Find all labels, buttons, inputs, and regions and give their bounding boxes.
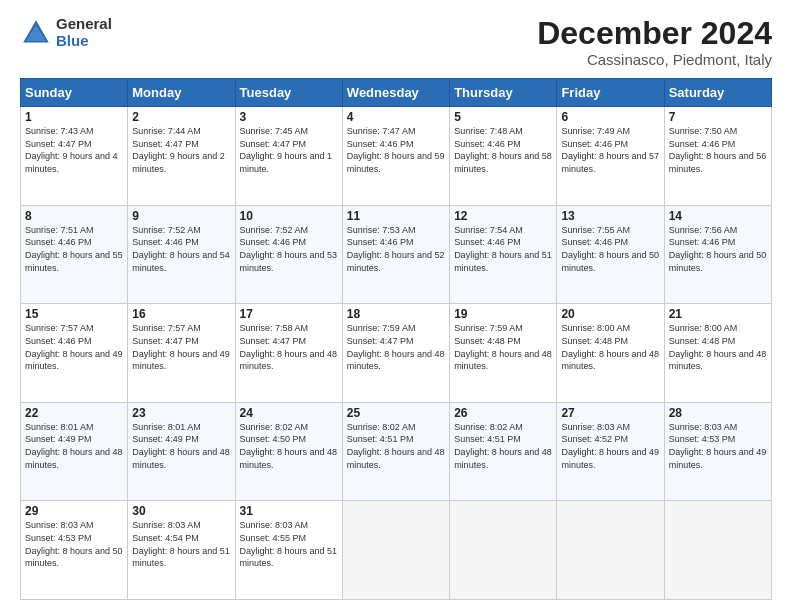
- logo-text: General Blue: [56, 16, 112, 49]
- day-info: Sunrise: 7:57 AMSunset: 4:46 PMDaylight:…: [25, 323, 123, 371]
- day-number: 27: [561, 406, 659, 420]
- calendar-cell: 11 Sunrise: 7:53 AMSunset: 4:46 PMDaylig…: [342, 205, 449, 304]
- day-number: 26: [454, 406, 552, 420]
- day-number: 19: [454, 307, 552, 321]
- day-info: Sunrise: 8:00 AMSunset: 4:48 PMDaylight:…: [669, 323, 767, 371]
- calendar-cell: 18 Sunrise: 7:59 AMSunset: 4:47 PMDaylig…: [342, 304, 449, 403]
- day-number: 15: [25, 307, 123, 321]
- calendar-cell: 3 Sunrise: 7:45 AMSunset: 4:47 PMDayligh…: [235, 107, 342, 206]
- day-number: 16: [132, 307, 230, 321]
- week-row-3: 15 Sunrise: 7:57 AMSunset: 4:46 PMDaylig…: [21, 304, 772, 403]
- calendar-cell: 19 Sunrise: 7:59 AMSunset: 4:48 PMDaylig…: [450, 304, 557, 403]
- calendar-cell: 30 Sunrise: 8:03 AMSunset: 4:54 PMDaylig…: [128, 501, 235, 600]
- day-info: Sunrise: 8:03 AMSunset: 4:55 PMDaylight:…: [240, 520, 338, 568]
- day-info: Sunrise: 8:03 AMSunset: 4:53 PMDaylight:…: [669, 422, 767, 470]
- calendar-cell: [450, 501, 557, 600]
- day-info: Sunrise: 8:03 AMSunset: 4:52 PMDaylight:…: [561, 422, 659, 470]
- calendar-cell: [557, 501, 664, 600]
- day-number: 6: [561, 110, 659, 124]
- calendar-cell: 13 Sunrise: 7:55 AMSunset: 4:46 PMDaylig…: [557, 205, 664, 304]
- day-info: Sunrise: 7:52 AMSunset: 4:46 PMDaylight:…: [132, 225, 230, 273]
- day-info: Sunrise: 8:02 AMSunset: 4:51 PMDaylight:…: [347, 422, 445, 470]
- logo-general: General: [56, 16, 112, 33]
- day-number: 23: [132, 406, 230, 420]
- day-info: Sunrise: 7:52 AMSunset: 4:46 PMDaylight:…: [240, 225, 338, 273]
- calendar-cell: 10 Sunrise: 7:52 AMSunset: 4:46 PMDaylig…: [235, 205, 342, 304]
- day-number: 13: [561, 209, 659, 223]
- day-info: Sunrise: 7:48 AMSunset: 4:46 PMDaylight:…: [454, 126, 552, 174]
- calendar-cell: 2 Sunrise: 7:44 AMSunset: 4:47 PMDayligh…: [128, 107, 235, 206]
- day-info: Sunrise: 7:54 AMSunset: 4:46 PMDaylight:…: [454, 225, 552, 273]
- day-info: Sunrise: 7:44 AMSunset: 4:47 PMDaylight:…: [132, 126, 225, 174]
- day-number: 25: [347, 406, 445, 420]
- main-title: December 2024: [537, 16, 772, 51]
- day-info: Sunrise: 7:51 AMSunset: 4:46 PMDaylight:…: [25, 225, 123, 273]
- calendar-cell: 16 Sunrise: 7:57 AMSunset: 4:47 PMDaylig…: [128, 304, 235, 403]
- day-header-row: SundayMondayTuesdayWednesdayThursdayFrid…: [21, 79, 772, 107]
- day-number: 9: [132, 209, 230, 223]
- calendar-cell: 8 Sunrise: 7:51 AMSunset: 4:46 PMDayligh…: [21, 205, 128, 304]
- week-row-2: 8 Sunrise: 7:51 AMSunset: 4:46 PMDayligh…: [21, 205, 772, 304]
- calendar-cell: 4 Sunrise: 7:47 AMSunset: 4:46 PMDayligh…: [342, 107, 449, 206]
- calendar-cell: 15 Sunrise: 7:57 AMSunset: 4:46 PMDaylig…: [21, 304, 128, 403]
- calendar-cell: 26 Sunrise: 8:02 AMSunset: 4:51 PMDaylig…: [450, 402, 557, 501]
- week-row-1: 1 Sunrise: 7:43 AMSunset: 4:47 PMDayligh…: [21, 107, 772, 206]
- day-header-sunday: Sunday: [21, 79, 128, 107]
- day-number: 22: [25, 406, 123, 420]
- day-number: 30: [132, 504, 230, 518]
- calendar-cell: 12 Sunrise: 7:54 AMSunset: 4:46 PMDaylig…: [450, 205, 557, 304]
- day-number: 21: [669, 307, 767, 321]
- day-number: 20: [561, 307, 659, 321]
- calendar-cell: 23 Sunrise: 8:01 AMSunset: 4:49 PMDaylig…: [128, 402, 235, 501]
- calendar-cell: 28 Sunrise: 8:03 AMSunset: 4:53 PMDaylig…: [664, 402, 771, 501]
- day-info: Sunrise: 8:02 AMSunset: 4:51 PMDaylight:…: [454, 422, 552, 470]
- day-number: 29: [25, 504, 123, 518]
- day-number: 18: [347, 307, 445, 321]
- day-info: Sunrise: 7:45 AMSunset: 4:47 PMDaylight:…: [240, 126, 333, 174]
- calendar-cell: 14 Sunrise: 7:56 AMSunset: 4:46 PMDaylig…: [664, 205, 771, 304]
- day-header-wednesday: Wednesday: [342, 79, 449, 107]
- day-header-thursday: Thursday: [450, 79, 557, 107]
- calendar-cell: 1 Sunrise: 7:43 AMSunset: 4:47 PMDayligh…: [21, 107, 128, 206]
- logo-icon: [20, 17, 52, 49]
- day-number: 14: [669, 209, 767, 223]
- week-row-4: 22 Sunrise: 8:01 AMSunset: 4:49 PMDaylig…: [21, 402, 772, 501]
- logo: General Blue: [20, 16, 112, 49]
- day-number: 5: [454, 110, 552, 124]
- day-number: 4: [347, 110, 445, 124]
- calendar-cell: 29 Sunrise: 8:03 AMSunset: 4:53 PMDaylig…: [21, 501, 128, 600]
- day-info: Sunrise: 8:01 AMSunset: 4:49 PMDaylight:…: [132, 422, 230, 470]
- day-number: 11: [347, 209, 445, 223]
- day-info: Sunrise: 8:00 AMSunset: 4:48 PMDaylight:…: [561, 323, 659, 371]
- calendar-cell: 27 Sunrise: 8:03 AMSunset: 4:52 PMDaylig…: [557, 402, 664, 501]
- day-info: Sunrise: 7:59 AMSunset: 4:47 PMDaylight:…: [347, 323, 445, 371]
- calendar-cell: 21 Sunrise: 8:00 AMSunset: 4:48 PMDaylig…: [664, 304, 771, 403]
- calendar-cell: 24 Sunrise: 8:02 AMSunset: 4:50 PMDaylig…: [235, 402, 342, 501]
- day-number: 31: [240, 504, 338, 518]
- day-header-saturday: Saturday: [664, 79, 771, 107]
- calendar-cell: 31 Sunrise: 8:03 AMSunset: 4:55 PMDaylig…: [235, 501, 342, 600]
- calendar-cell: 20 Sunrise: 8:00 AMSunset: 4:48 PMDaylig…: [557, 304, 664, 403]
- day-number: 1: [25, 110, 123, 124]
- calendar-cell: [342, 501, 449, 600]
- day-info: Sunrise: 7:50 AMSunset: 4:46 PMDaylight:…: [669, 126, 767, 174]
- day-info: Sunrise: 7:43 AMSunset: 4:47 PMDaylight:…: [25, 126, 118, 174]
- calendar-cell: 9 Sunrise: 7:52 AMSunset: 4:46 PMDayligh…: [128, 205, 235, 304]
- day-info: Sunrise: 7:47 AMSunset: 4:46 PMDaylight:…: [347, 126, 445, 174]
- day-info: Sunrise: 7:58 AMSunset: 4:47 PMDaylight:…: [240, 323, 338, 371]
- calendar-cell: 5 Sunrise: 7:48 AMSunset: 4:46 PMDayligh…: [450, 107, 557, 206]
- logo-blue: Blue: [56, 33, 112, 50]
- calendar-cell: 22 Sunrise: 8:01 AMSunset: 4:49 PMDaylig…: [21, 402, 128, 501]
- day-header-friday: Friday: [557, 79, 664, 107]
- day-info: Sunrise: 7:55 AMSunset: 4:46 PMDaylight:…: [561, 225, 659, 273]
- calendar-cell: 17 Sunrise: 7:58 AMSunset: 4:47 PMDaylig…: [235, 304, 342, 403]
- day-info: Sunrise: 7:56 AMSunset: 4:46 PMDaylight:…: [669, 225, 767, 273]
- day-header-monday: Monday: [128, 79, 235, 107]
- day-number: 28: [669, 406, 767, 420]
- day-info: Sunrise: 7:49 AMSunset: 4:46 PMDaylight:…: [561, 126, 659, 174]
- day-number: 12: [454, 209, 552, 223]
- day-number: 7: [669, 110, 767, 124]
- day-info: Sunrise: 8:03 AMSunset: 4:53 PMDaylight:…: [25, 520, 123, 568]
- day-info: Sunrise: 8:03 AMSunset: 4:54 PMDaylight:…: [132, 520, 230, 568]
- day-header-tuesday: Tuesday: [235, 79, 342, 107]
